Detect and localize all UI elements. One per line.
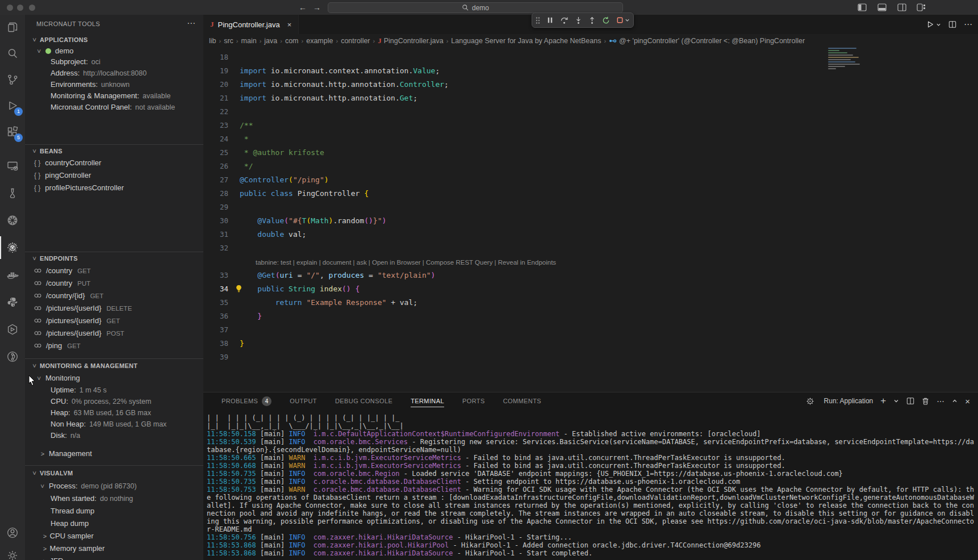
toggle-panel-icon[interactable] xyxy=(877,3,887,11)
endpoint-row[interactable]: /pictures/{userId}POST xyxy=(25,327,203,340)
app-row-demo[interactable]: >demo xyxy=(25,45,203,57)
panel-tab-debug-console[interactable]: DEBUG CONSOLE xyxy=(335,392,392,409)
endpoint-row[interactable]: /countryPUT xyxy=(25,277,203,290)
run-debug-icon[interactable]: 1 xyxy=(0,97,25,115)
toggle-secondary-sidebar-icon[interactable] xyxy=(897,3,906,11)
search-icon[interactable] xyxy=(0,44,25,62)
micronaut-tools-icon[interactable] xyxy=(0,239,25,257)
bean-row[interactable]: { }pingController xyxy=(25,169,203,182)
info-row[interactable]: Monitoring & Management:available xyxy=(25,90,203,102)
visualvm-row[interactable]: Heap dump xyxy=(25,517,203,530)
drag-handle-icon[interactable] xyxy=(536,16,540,24)
breadcrumb-item[interactable]: src xyxy=(224,37,233,45)
breadcrumb-item[interactable]: @+ 'pingController' (@Controller <: @Bea… xyxy=(619,37,805,45)
breadcrumb[interactable]: lib›src›main›java›com›example›controller… xyxy=(203,34,978,48)
terminal-output[interactable]: | | | | | (_| | | | (_) | | | | (_| | |_… xyxy=(207,414,975,559)
lightbulb-icon[interactable] xyxy=(235,285,243,292)
breadcrumb-item[interactable]: main xyxy=(241,37,257,45)
forward-icon[interactable]: → xyxy=(313,3,321,12)
restart-button[interactable] xyxy=(602,16,610,24)
back-icon[interactable]: ← xyxy=(299,3,307,12)
docker-icon[interactable] xyxy=(0,266,25,284)
step-into-button[interactable] xyxy=(575,16,582,24)
info-row[interactable]: Micronaut Control Panel:not available xyxy=(25,102,203,113)
testing-flask-icon[interactable] xyxy=(0,184,25,202)
info-row[interactable]: Address:http://localhost:8080 xyxy=(25,68,203,79)
tabnine-codelens[interactable]: tabnine: test | explain | document | ask… xyxy=(203,255,978,269)
tab-close-icon[interactable]: × xyxy=(287,20,292,29)
visualvm-row[interactable]: Thread dump xyxy=(25,505,203,517)
sidebar-more-actions-icon[interactable]: ⋯ xyxy=(187,18,195,28)
split-editor-icon[interactable] xyxy=(948,20,956,28)
panel-tab-output[interactable]: OUTPUT xyxy=(290,392,317,409)
remote-target-icon[interactable] xyxy=(0,157,25,175)
run-java-button[interactable] xyxy=(926,20,941,28)
endpoint-row[interactable]: /country/{id}GET xyxy=(25,290,203,302)
monitoring-node[interactable]: >Monitoring xyxy=(25,372,203,385)
section-beans[interactable]: > BEANS xyxy=(25,145,203,157)
window-close-button[interactable] xyxy=(7,5,13,11)
info-row[interactable]: Non Heap:149 MB used, 1 GB max xyxy=(25,419,203,430)
breadcrumb-item[interactable]: java xyxy=(264,37,277,45)
close-panel-icon[interactable]: × xyxy=(965,396,970,406)
endpoint-row[interactable]: /pingGET xyxy=(25,340,203,352)
breadcrumb-item[interactable]: example xyxy=(306,37,333,45)
customize-layout-icon[interactable] xyxy=(917,3,926,11)
stop-button[interactable] xyxy=(616,16,630,24)
source-control-icon[interactable] xyxy=(0,70,25,89)
new-terminal-icon[interactable]: + xyxy=(880,395,886,407)
step-over-button[interactable] xyxy=(560,16,569,24)
toggle-sidebar-icon[interactable] xyxy=(858,3,867,11)
visualvm-row[interactable]: > CPU sampler xyxy=(25,530,203,542)
endpoint-row[interactable]: /pictures/{userId}GET xyxy=(25,315,203,327)
command-center-search[interactable]: demo xyxy=(328,2,623,13)
extensions-icon[interactable]: 5 xyxy=(0,123,25,141)
panel-tab-terminal[interactable]: TERMINAL xyxy=(411,392,444,409)
window-zoom-button[interactable] xyxy=(29,5,35,11)
section-visualvm[interactable]: > VISUALVM xyxy=(25,467,203,479)
panel-tab-ports[interactable]: PORTS xyxy=(462,392,485,409)
section-endpoints[interactable]: > ENDPOINTS xyxy=(25,252,203,265)
terminal-dropdown-icon[interactable] xyxy=(893,398,899,404)
visualvm-process-node[interactable]: >Process:demo (pid 86730) xyxy=(25,480,203,492)
settings-gear-icon[interactable] xyxy=(0,546,25,560)
section-monitoring-management[interactable]: > MONITORING & MANAGEMENT xyxy=(25,360,203,372)
info-row[interactable]: CPU:0% process, 22% system xyxy=(25,396,203,407)
endpoint-row[interactable]: /countryGET xyxy=(25,265,203,277)
pause-button[interactable] xyxy=(546,16,554,24)
visualvm-icon[interactable] xyxy=(0,348,25,366)
info-row[interactable]: Subproject:oci xyxy=(25,56,203,68)
accounts-icon[interactable] xyxy=(0,524,25,542)
visualvm-row[interactable]: When started:do nothing xyxy=(25,492,203,505)
panel-tab-problems[interactable]: PROBLEMS4 xyxy=(221,392,271,409)
panel-more-actions-icon[interactable]: ⋯ xyxy=(937,396,944,406)
section-applications[interactable]: > APPLICATIONS xyxy=(25,34,203,46)
visualvm-row[interactable]: > Memory sampler xyxy=(25,542,203,555)
kill-terminal-icon[interactable] xyxy=(922,397,929,405)
bean-row[interactable]: { }profilePicturesController xyxy=(25,182,203,194)
info-row[interactable]: Uptime:1 m 45 s xyxy=(25,385,203,396)
breadcrumb-item[interactable]: PingController.java xyxy=(384,37,444,45)
terminal-run-label[interactable]: Run: Application xyxy=(824,397,873,405)
code-editor[interactable]: 17package com.example.controller;1819imp… xyxy=(203,37,978,392)
breadcrumb-item[interactable]: Language Server for Java by Apache NetBe… xyxy=(451,37,601,45)
breadcrumb-item[interactable]: controller xyxy=(341,37,370,45)
step-out-button[interactable] xyxy=(588,16,596,24)
maximize-panel-icon[interactable] xyxy=(952,398,958,404)
info-row[interactable]: Heap:63 MB used, 16 GB max xyxy=(25,407,203,419)
management-node[interactable]: >Management xyxy=(25,448,203,460)
editor-more-actions-icon[interactable]: ⋯ xyxy=(964,19,972,30)
kubernetes-icon[interactable] xyxy=(0,211,25,229)
explorer-icon[interactable] xyxy=(0,18,25,36)
split-terminal-icon[interactable] xyxy=(906,397,914,405)
bean-row[interactable]: { }countryController xyxy=(25,157,203,169)
endpoint-row[interactable]: /pictures/{userId}DELETE xyxy=(25,302,203,315)
python-icon[interactable] xyxy=(0,293,25,311)
window-minimize-button[interactable] xyxy=(17,5,23,11)
container-hexagon-icon[interactable] xyxy=(0,320,25,338)
panel-tab-comments[interactable]: COMMENTS xyxy=(503,392,541,409)
info-row[interactable]: Disk:n/a xyxy=(25,430,203,441)
breadcrumb-item[interactable]: lib xyxy=(209,37,216,45)
info-row[interactable]: Environments:unknown xyxy=(25,79,203,90)
visualvm-row[interactable]: > JFR xyxy=(25,555,203,560)
